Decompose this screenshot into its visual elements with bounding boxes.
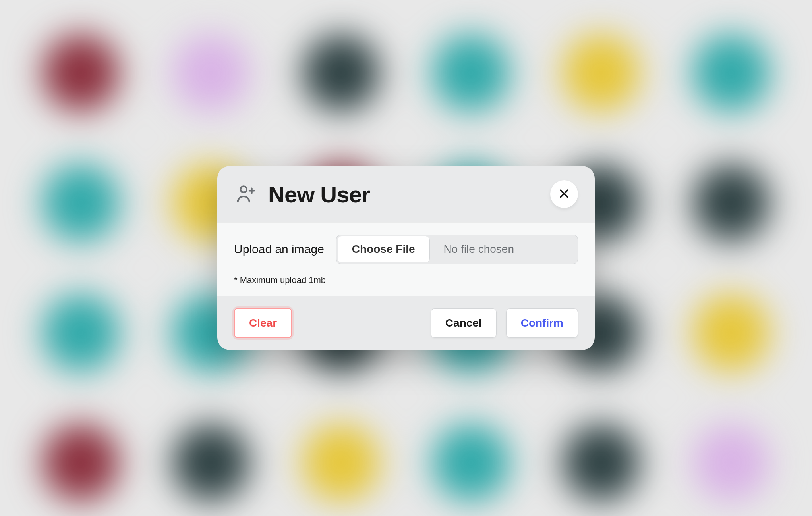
modal-body: Upload an image Choose File No file chos… xyxy=(217,222,595,296)
bg-blob xyxy=(32,154,130,252)
bg-blob xyxy=(682,154,780,252)
clear-button[interactable]: Clear xyxy=(234,308,292,338)
bg-blob xyxy=(292,414,390,512)
file-status-text: No file chosen xyxy=(431,235,578,264)
bg-blob xyxy=(422,24,520,122)
close-icon xyxy=(558,188,570,201)
modal-header: New User xyxy=(217,166,595,222)
close-button[interactable] xyxy=(550,180,578,208)
new-user-modal: New User Upload an image Choose File No … xyxy=(217,166,595,350)
bg-blob xyxy=(552,414,650,512)
bg-blob xyxy=(162,414,260,512)
modal-title: New User xyxy=(268,181,370,208)
bg-blob xyxy=(32,284,130,382)
confirm-button[interactable]: Confirm xyxy=(506,308,578,338)
choose-file-button[interactable]: Choose File xyxy=(338,236,430,262)
bg-blob xyxy=(422,414,520,512)
upload-row: Upload an image Choose File No file chos… xyxy=(234,235,578,264)
bg-blob xyxy=(32,24,130,122)
bg-blob xyxy=(682,284,780,382)
bg-blob xyxy=(162,24,260,122)
cancel-button[interactable]: Cancel xyxy=(431,308,497,338)
modal-header-left: New User xyxy=(234,181,370,208)
upload-label: Upload an image xyxy=(234,243,324,256)
bg-blob xyxy=(32,414,130,512)
bg-blob xyxy=(682,24,780,122)
bg-blob xyxy=(552,24,650,122)
bg-blob xyxy=(292,24,390,122)
file-picker: Choose File No file chosen xyxy=(336,235,578,264)
upload-note: * Maximum upload 1mb xyxy=(234,275,578,285)
bg-blob xyxy=(682,414,780,512)
user-add-plus-icon xyxy=(234,183,257,206)
modal-footer: Clear Cancel Confirm xyxy=(217,296,595,350)
svg-point-0 xyxy=(240,186,246,192)
